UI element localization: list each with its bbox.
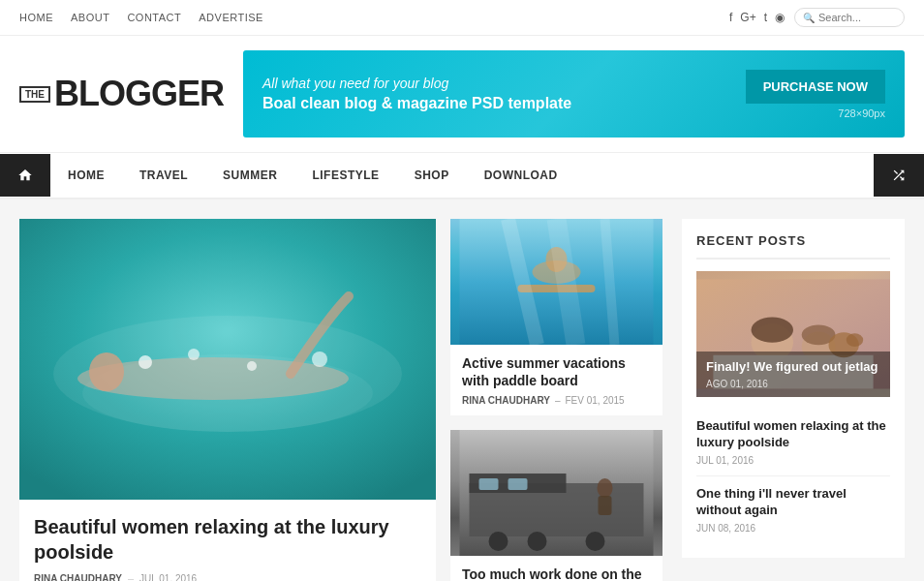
top-right-area: f G+ t ◉ 🔍 — [729, 8, 905, 27]
home-button[interactable] — [0, 154, 50, 197]
sidebar-featured-post[interactable]: Finally! We figured out jetlag AGO 01, 2… — [696, 271, 890, 397]
topnav-about[interactable]: ABOUT — [71, 12, 109, 23]
secondary-post-1-author: RINA CHAUDHARY — [462, 395, 550, 406]
svg-point-33 — [847, 333, 863, 347]
svg-point-8 — [312, 352, 327, 367]
nav-lifestyle[interactable]: LIFESTYLE — [294, 153, 396, 198]
social-icons: f G+ t ◉ — [729, 11, 785, 24]
topnav-home[interactable]: HOME — [19, 12, 53, 23]
svg-point-23 — [586, 532, 605, 551]
site-logo[interactable]: THE BLOGGER — [19, 74, 224, 114]
logo-banner-row: THE BLOGGER All what you need for your b… — [0, 36, 924, 153]
shuffle-icon — [891, 168, 907, 183]
nav-home[interactable]: HOME — [50, 153, 122, 198]
sidebar-featured-overlay: Finally! We figured out jetlag AGO 01, 2… — [696, 352, 890, 397]
svg-rect-19 — [479, 478, 499, 490]
nav-summer[interactable]: SUMMER — [205, 153, 294, 198]
secondary-post-1-body: Active summer vacations with paddle boar… — [450, 345, 662, 415]
svg-rect-20 — [508, 478, 528, 490]
facebook-icon[interactable]: f — [729, 11, 732, 24]
secondary-post-2: Too much work done on the face, why natu… — [450, 430, 662, 581]
svg-point-22 — [528, 532, 547, 551]
main-content-area: Beautiful women relaxing at the luxury p… — [0, 199, 924, 581]
main-navigation: HOME TRAVEL SUMMER LIFESTYLE SHOP DOWNLO… — [0, 153, 924, 199]
featured-post-author: RINA CHAUDHARY — [34, 573, 122, 582]
underwater-image-svg — [450, 219, 662, 345]
featured-post: Beautiful women relaxing at the luxury p… — [19, 219, 436, 581]
main-content: Beautiful women relaxing at the luxury p… — [19, 219, 662, 581]
secondary-post-2-image[interactable] — [450, 430, 662, 556]
logo-blogger: BLOGGER — [54, 74, 224, 114]
recent-post-2-title: One thing i'll never travel without agai… — [696, 486, 890, 519]
top-navigation: HOME ABOUT CONTACT ADVERTISE — [19, 12, 263, 23]
sidebar-featured-title: Finally! We figured out jetlag — [706, 359, 880, 376]
banner-text: All what you need for your blog Boal cle… — [262, 76, 571, 112]
nav-shop[interactable]: SHOP — [397, 153, 467, 198]
recent-posts-section: RECENT POSTS — [682, 219, 905, 558]
banner-subtitle: Boal clean blog & magazine PSD template — [262, 95, 571, 112]
secondary-post-1-date: FEV 01, 2015 — [566, 395, 625, 406]
search-input[interactable] — [818, 12, 896, 23]
featured-post-date: JUL 01, 2016 — [139, 573, 197, 582]
recent-post-2-date: JUN 08, 2016 — [696, 523, 890, 534]
nav-travel[interactable]: TRAVEL — [122, 153, 205, 198]
secondary-post-1: Active summer vacations with paddle boar… — [450, 219, 662, 415]
featured-image-svg — [19, 219, 436, 500]
svg-point-7 — [247, 361, 257, 371]
topnav-advertise[interactable]: ADVERTISE — [199, 12, 263, 23]
secondary-posts: Active summer vacations with paddle boar… — [450, 219, 662, 581]
secondary-post-2-body: Too much work done on the face, why natu… — [450, 556, 662, 581]
secondary-post-2-title[interactable]: Too much work done on the face, why natu… — [462, 566, 651, 581]
search-box[interactable]: 🔍 — [794, 8, 905, 27]
sidebar: RECENT POSTS — [682, 219, 905, 581]
twitter-icon[interactable]: t — [764, 11, 767, 24]
featured-post-image[interactable] — [19, 219, 436, 500]
logo-the: THE — [19, 86, 50, 103]
secondary-post-1-meta: RINA CHAUDHARY – FEV 01, 2015 — [462, 395, 651, 406]
secondary-post-1-title[interactable]: Active summer vacations with paddle boar… — [462, 354, 651, 389]
recent-post-1-title: Beautiful women relaxing at the luxury p… — [696, 418, 890, 451]
google-plus-icon[interactable]: G+ — [740, 11, 755, 24]
topnav-contact[interactable]: CONTACT — [127, 12, 181, 23]
svg-point-6 — [188, 349, 200, 360]
featured-post-body: Beautiful women relaxing at the luxury p… — [19, 500, 436, 581]
svg-point-24 — [598, 478, 613, 498]
svg-point-4 — [89, 352, 124, 391]
main-nav-left: HOME TRAVEL SUMMER LIFESTYLE SHOP DOWNLO… — [0, 153, 575, 198]
home-icon — [17, 168, 33, 183]
recent-post-item-1[interactable]: Beautiful women relaxing at the luxury p… — [696, 409, 890, 476]
recent-posts-title: RECENT POSTS — [696, 233, 890, 260]
banner-size: 728×90px — [746, 107, 885, 119]
svg-point-5 — [139, 355, 152, 369]
banner-right: PURCHASE NOW 728×90px — [746, 70, 885, 119]
svg-point-29 — [752, 318, 793, 343]
sidebar-featured-date: AGO 01, 2016 — [706, 379, 880, 389]
featured-post-title[interactable]: Beautiful women relaxing at the luxury p… — [34, 514, 421, 565]
truck-image-svg — [450, 430, 662, 556]
secondary-post-1-image[interactable] — [450, 219, 662, 345]
instagram-icon[interactable]: ◉ — [775, 11, 785, 24]
nav-download[interactable]: DOWNLOAD — [467, 153, 575, 198]
nav-items: HOME TRAVEL SUMMER LIFESTYLE SHOP DOWNLO… — [50, 153, 575, 198]
featured-post-meta: RINA CHAUDHARY – JUL 01, 2016 — [34, 572, 421, 581]
top-bar: HOME ABOUT CONTACT ADVERTISE f G+ t ◉ 🔍 — [0, 0, 924, 36]
recent-post-item-2[interactable]: One thing i'll never travel without agai… — [696, 476, 890, 543]
svg-point-21 — [489, 532, 508, 551]
svg-rect-25 — [599, 496, 612, 515]
recent-post-1-date: JUL 01, 2016 — [696, 455, 890, 466]
shuffle-button[interactable] — [874, 154, 924, 197]
banner-advertisement[interactable]: All what you need for your blog Boal cle… — [243, 50, 905, 138]
purchase-now-button[interactable]: PURCHASE NOW — [746, 70, 885, 104]
search-icon: 🔍 — [803, 13, 815, 23]
banner-tagline: All what you need for your blog — [262, 76, 571, 91]
